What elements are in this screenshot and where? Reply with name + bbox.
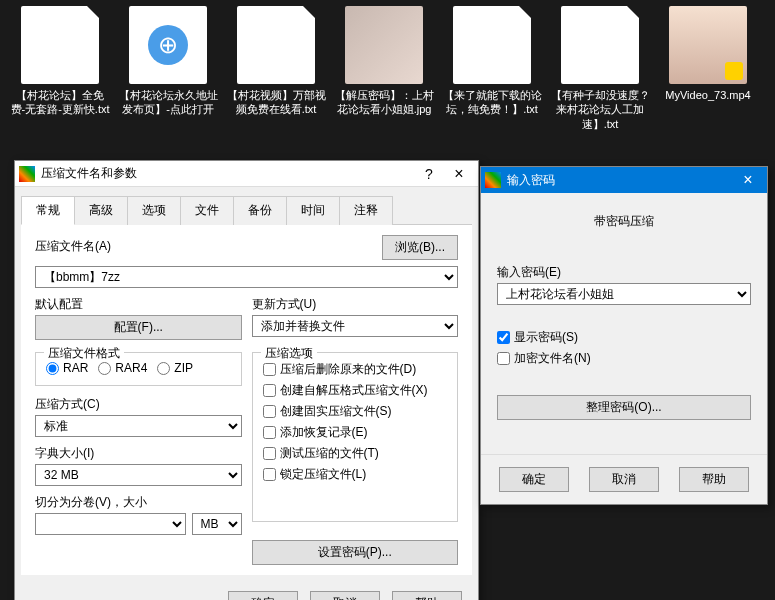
file-item[interactable]: 【来了就能下载的论坛，纯免费！】.txt [442,6,542,131]
tab-4[interactable]: 备份 [233,196,287,225]
file-thumb [669,6,747,84]
tab-1[interactable]: 高级 [74,196,128,225]
tab-3[interactable]: 文件 [180,196,234,225]
option-check-1[interactable]: 创建自解压格式压缩文件(X) [263,382,448,399]
show-password-checkbox[interactable]: 显示密码(S) [497,329,751,346]
organize-passwords-button[interactable]: 整理密码(O)... [497,395,751,420]
file-thumb [237,6,315,84]
option-check-4[interactable]: 测试压缩的文件(T) [263,445,448,462]
encrypt-names-checkbox[interactable]: 加密文件名(N) [497,350,751,367]
format-radio-rar[interactable]: RAR [46,361,88,375]
file-label: 【解压密码】：上村花论坛看小姐姐.jpg [334,88,434,117]
tabs: 常规高级选项文件备份时间注释 [21,195,472,225]
update-mode-label: 更新方式(U) [252,296,459,313]
file-item[interactable]: 【村花视频】万部视频免费在线看.txt [226,6,326,131]
password-titlebar[interactable]: 输入密码 × [481,167,767,193]
archive-titlebar[interactable]: 压缩文件名和参数 ? × [15,161,478,187]
password-dialog: 输入密码 × 带密码压缩 输入密码(E) 上村花论坛看小姐姐 显示密码(S) 加… [480,166,768,505]
profile-label: 默认配置 [35,296,242,313]
file-item[interactable]: MyVideo_73.mp4 [658,6,758,131]
file-item[interactable]: ⊕【村花论坛永久地址发布页】-点此打开 [118,6,218,131]
help-button[interactable]: 帮助 [679,467,749,492]
option-check-5[interactable]: 锁定压缩文件(L) [263,466,448,483]
archive-buttons: 确定 取消 帮助 [21,581,472,600]
ok-button[interactable]: 确定 [499,467,569,492]
app-icon [19,166,35,182]
ok-button[interactable]: 确定 [228,591,298,600]
file-thumb [561,6,639,84]
password-title: 输入密码 [507,172,733,189]
file-label: 【村花视频】万部视频免费在线看.txt [226,88,326,117]
help-button[interactable]: 帮助 [392,591,462,600]
file-label: 【来了就能下载的论坛，纯免费！】.txt [442,88,542,117]
file-label: MyVideo_73.mp4 [658,88,758,102]
file-item[interactable]: 【有种子却没速度？来村花论坛人工加速】.txt [550,6,650,131]
file-item[interactable]: 【解压密码】：上村花论坛看小姐姐.jpg [334,6,434,131]
help-icon[interactable]: ? [414,163,444,185]
cancel-button[interactable]: 取消 [589,467,659,492]
option-check-0[interactable]: 压缩后删除原来的文件(D) [263,361,448,378]
profiles-button[interactable]: 配置(F)... [35,315,242,340]
options-list: 压缩后删除原来的文件(D)创建自解压格式压缩文件(X)创建固实压缩文件(S)添加… [263,361,448,483]
file-thumb [345,6,423,84]
archive-dialog: 压缩文件名和参数 ? × 常规高级选项文件备份时间注释 压缩文件名(A) 浏览(… [14,160,479,600]
desktop: 【村花论坛】全免费-无套路-更新快.txt⊕【村花论坛永久地址发布页】-点此打开… [0,0,775,137]
file-thumb: ⊕ [129,6,207,84]
archive-name-input[interactable]: 【bbmm】7zz [35,266,458,288]
tab-0[interactable]: 常规 [21,196,75,225]
option-check-2[interactable]: 创建固实压缩文件(S) [263,403,448,420]
split-size-select[interactable] [35,513,186,535]
globe-icon: ⊕ [148,25,188,65]
set-password-button[interactable]: 设置密码(P)... [252,540,459,565]
archive-title: 压缩文件名和参数 [41,165,414,182]
app-icon [485,172,501,188]
format-label: 压缩文件格式 [44,345,124,362]
file-label: 【有种子却没速度？来村花论坛人工加速】.txt [550,88,650,131]
option-check-3[interactable]: 添加恢复记录(E) [263,424,448,441]
options-label: 压缩选项 [261,345,317,362]
archive-name-label: 压缩文件名(A) [35,238,376,255]
archive-body: 压缩文件名(A) 浏览(B)... 【bbmm】7zz 默认配置 配置(F)..… [21,225,472,575]
file-label: 【村花论坛】全免费-无套路-更新快.txt [10,88,110,117]
split-label: 切分为分卷(V)，大小 [35,494,242,511]
close-icon[interactable]: × [733,169,763,191]
tab-6[interactable]: 注释 [339,196,393,225]
enter-password-label: 输入密码(E) [497,264,751,281]
split-unit-select[interactable]: MB [192,513,242,535]
options-group: 压缩选项 压缩后删除原来的文件(D)创建自解压格式压缩文件(X)创建固实压缩文件… [252,352,459,522]
dict-select[interactable]: 32 MB [35,464,242,486]
file-label: 【村花论坛永久地址发布页】-点此打开 [118,88,218,117]
file-thumb [21,6,99,84]
password-input[interactable]: 上村花论坛看小姐姐 [497,283,751,305]
tab-5[interactable]: 时间 [286,196,340,225]
tab-2[interactable]: 选项 [127,196,181,225]
format-radio-zip[interactable]: ZIP [157,361,193,375]
method-label: 压缩方式(C) [35,396,242,413]
format-radios: RARRAR4ZIP [46,361,231,379]
password-buttons: 确定 取消 帮助 [481,454,767,504]
password-heading: 带密码压缩 [497,203,751,240]
format-group: 压缩文件格式 RARRAR4ZIP [35,352,242,386]
close-icon[interactable]: × [444,163,474,185]
method-select[interactable]: 标准 [35,415,242,437]
file-thumb [453,6,531,84]
cancel-button[interactable]: 取消 [310,591,380,600]
update-mode-select[interactable]: 添加并替换文件 [252,315,459,337]
file-item[interactable]: 【村花论坛】全免费-无套路-更新快.txt [10,6,110,131]
format-radio-rar4[interactable]: RAR4 [98,361,147,375]
browse-button[interactable]: 浏览(B)... [382,235,458,260]
dict-label: 字典大小(I) [35,445,242,462]
